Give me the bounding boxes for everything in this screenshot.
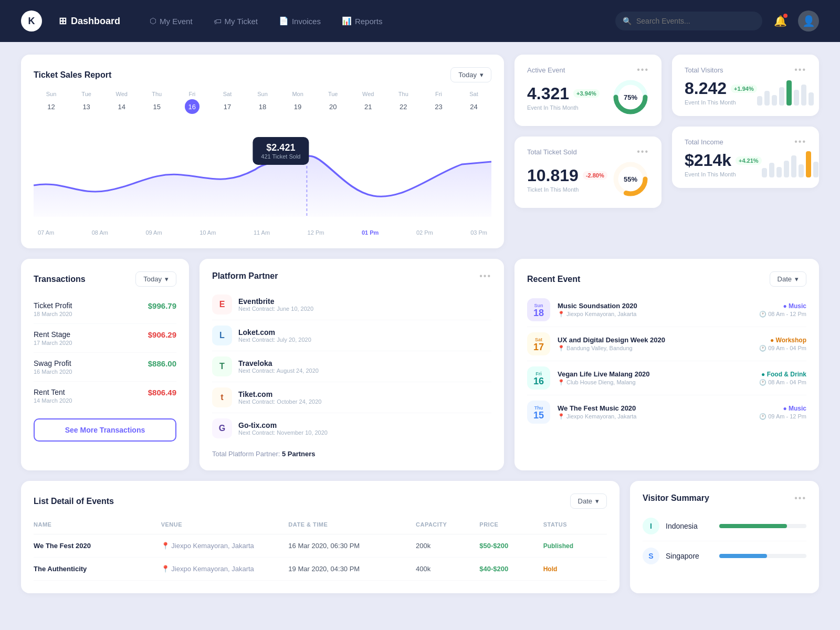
total-ticket-badge: -2.80% — [583, 171, 607, 180]
partner-name: Tiket.com — [238, 390, 321, 398]
event-name: We The Fest Music 2020 — [558, 404, 752, 412]
td-price: $40-$200 — [479, 565, 543, 573]
calendar-day[interactable]: Tue20 — [316, 91, 351, 114]
recent-event-header: Recent Event Date ▾ — [527, 271, 806, 287]
myevent-icon: ⬡ — [150, 16, 156, 26]
platform-header: Platform Partner ••• — [212, 271, 491, 281]
calendar-day[interactable]: Sun18 — [245, 91, 280, 114]
chart-x-labels: 07 Am08 Am09 Am10 Am11 Am12 Pm01 Pm02 Pm… — [34, 229, 491, 236]
calendar-day[interactable]: Tue13 — [69, 91, 104, 114]
chart-svg — [34, 122, 491, 217]
visitor-bar — [719, 524, 787, 528]
nav-link-label: My Ticket — [225, 17, 258, 26]
total-visitors-menu[interactable]: ••• — [794, 65, 806, 75]
chart-x-label: 12 Pm — [308, 229, 324, 236]
partner-item: L Loket.com Next Contract: July 20, 2020 — [212, 320, 491, 351]
nav-link-reports[interactable]: 📊 Reports — [333, 12, 391, 30]
today-dropdown[interactable]: Today ▾ — [450, 67, 491, 82]
visitors-bar-chart — [757, 79, 814, 106]
nav-link-invoices[interactable]: 📄 Invoices — [270, 12, 329, 30]
event-tag: ● Workshop — [759, 337, 806, 344]
transactions-title: Transactions — [34, 275, 86, 284]
th-capacity: Capacity — [416, 521, 479, 528]
total-ticket-title: Total Ticket Sold — [527, 148, 577, 156]
event-info: Music Soundsation 2020 📍 Jiexpo Kemayora… — [558, 302, 752, 318]
total-ticket-donut-label: 55% — [624, 175, 637, 183]
avatar[interactable]: 👤 — [798, 10, 819, 32]
td-capacity: 400k — [416, 565, 479, 573]
calendar-day[interactable]: Wed21 — [351, 91, 386, 114]
calendar-day[interactable]: Fri23 — [421, 91, 456, 114]
td-venue: 📍 Jiexpo Kemayoran, Jakarta — [161, 542, 289, 550]
active-event-value: 4.321 — [527, 84, 569, 103]
total-ticket-value: 10.819 — [527, 166, 579, 185]
nav-links: ⬡ My Event 🏷 My Ticket 📄 Invoices 📊 Repo… — [141, 12, 598, 30]
visitor-summary-menu[interactable]: ••• — [794, 494, 806, 503]
event-time: 🕐 09 Am - 04 Pm — [759, 345, 806, 352]
nav-link-myevent[interactable]: ⬡ My Event — [141, 12, 201, 30]
transactions-dropdown[interactable]: Today ▾ — [135, 271, 176, 287]
active-event-menu[interactable]: ••• — [637, 65, 649, 75]
list-events-dropdown[interactable]: Date ▾ — [570, 494, 607, 509]
event-right: ● Music 🕐 08 Am - 12 Pm — [759, 302, 806, 318]
td-name: The Authenticity — [34, 565, 161, 573]
event-location: 📍 Jiexpo Kemayoran, Jakarta — [558, 311, 752, 318]
visitor-country: Singapore — [666, 552, 713, 560]
partner-name: Go-tix.com — [238, 421, 328, 429]
search-icon: 🔍 — [623, 17, 632, 25]
table-header: Name Venue Date & Time Capacity Price St… — [34, 517, 607, 534]
event-date-badge: Sat 17 — [527, 332, 550, 355]
recent-event-title: Recent Event — [527, 275, 580, 284]
trans-name: Rent Tent — [34, 388, 72, 396]
transactions-header: Transactions Today ▾ — [34, 271, 176, 287]
event-right: ● Music 🕐 09 Am - 12 Pm — [759, 405, 806, 420]
calendar-row: Sun12Tue13Wed14Thu15Fri16Sat17Sun18Mon19… — [34, 91, 491, 114]
chevron-down-icon: ▾ — [480, 71, 484, 79]
calendar-day[interactable]: Wed14 — [104, 91, 139, 114]
nav-link-myticket[interactable]: 🏷 My Ticket — [205, 13, 266, 30]
calendar-day[interactable]: Sat24 — [456, 91, 491, 114]
total-visitors-sub: Event In This Month — [685, 99, 757, 106]
nav-link-label: Reports — [355, 17, 383, 26]
bell-button[interactable]: 🔔 — [771, 12, 790, 30]
partner-item: T Traveloka Next Contract: August 24, 20… — [212, 351, 491, 382]
calendar-day[interactable]: Thu22 — [386, 91, 421, 114]
partner-contract: Next Contract: July 20, 2020 — [238, 337, 311, 343]
total-ticket-menu[interactable]: ••• — [637, 147, 649, 156]
top-row: Ticket Sales Report Today ▾ Sun12Tue13We… — [21, 55, 819, 248]
middle-row: Transactions Today ▾ Ticket Profit 18 Ma… — [21, 259, 819, 470]
recent-event-dropdown-label: Date — [778, 275, 792, 283]
total-income-menu[interactable]: ••• — [794, 137, 806, 146]
active-event-donut: 75% — [612, 79, 649, 116]
calendar-day[interactable]: Sat17 — [209, 91, 245, 114]
calendar-day[interactable]: Thu15 — [139, 91, 174, 114]
transaction-item: Swag Profit 16 March 2020 $886.00 — [34, 353, 176, 382]
event-date-badge: Sun 18 — [527, 298, 550, 321]
search-input[interactable] — [615, 12, 762, 30]
calendar-day[interactable]: Fri16 — [174, 91, 209, 114]
nav-right: 🔍 🔔 👤 — [615, 10, 819, 32]
calendar-day[interactable]: Sun12 — [34, 91, 69, 114]
transaction-item: Ticket Profit 18 March 2020 $996.79 — [34, 295, 176, 324]
list-events-card: List Detail of Events Date ▾ Name Venue … — [21, 481, 620, 593]
partner-contract: Next Contract: August 24, 2020 — [238, 368, 319, 374]
chevron-down-icon: ▾ — [595, 497, 599, 505]
trans-date: 17 March 2020 — [34, 340, 72, 346]
partner-logo: T — [212, 356, 232, 376]
trans-date: 14 March 2020 — [34, 397, 72, 404]
th-status: Status — [543, 521, 607, 528]
calendar-day[interactable]: Mon19 — [280, 91, 316, 114]
transactions-card: Transactions Today ▾ Ticket Profit 18 Ma… — [21, 259, 189, 470]
platform-menu[interactable]: ••• — [479, 271, 491, 281]
list-events-header: List Detail of Events Date ▾ — [34, 494, 607, 509]
active-event-donut-label: 75% — [624, 93, 637, 101]
event-location: 📍 Bandung Valley, Bandung — [558, 345, 752, 352]
total-visitors-card: Total Visitors ••• 8.242 +1.94% Event In… — [672, 55, 819, 116]
recent-event-card: Recent Event Date ▾ Sun 18 Music Soundsa… — [514, 259, 819, 470]
see-more-transactions-button[interactable]: See More Transactions — [34, 418, 176, 442]
recent-event-dropdown[interactable]: Date ▾ — [770, 271, 806, 287]
ticket-sales-header: Ticket Sales Report Today ▾ — [34, 67, 491, 82]
event-right: ● Food & Drink 🕐 08 Am - 04 Pm — [759, 371, 806, 386]
total-income-badge: +4.21% — [736, 156, 762, 165]
event-time: 🕐 08 Am - 12 Pm — [759, 311, 806, 318]
